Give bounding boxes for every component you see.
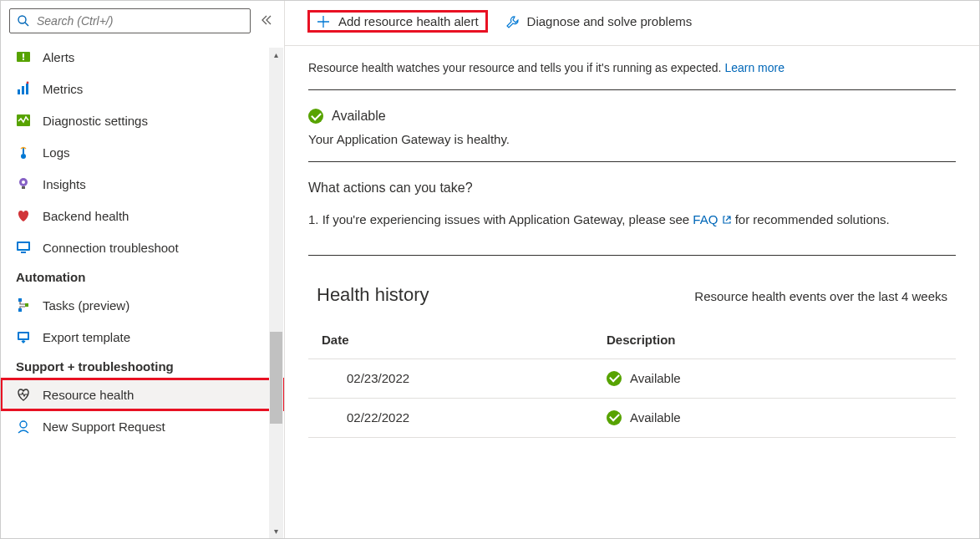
tasks-icon (16, 297, 31, 313)
svg-line-1 (25, 23, 28, 26)
sidebar: Alerts Metrics Diagnostic settings Logs … (1, 1, 285, 538)
history-title: Health history (317, 284, 429, 306)
sidebar-item-label: Diagnostic settings (43, 114, 148, 128)
heart-icon (16, 208, 31, 223)
sidebar-scroll: Alerts Metrics Diagnostic settings Logs … (1, 41, 284, 538)
content-area: Resource health watches your resource an… (285, 46, 979, 448)
collapse-sidebar-button[interactable] (257, 11, 276, 32)
main-content: Add resource health alert Diagnose and s… (285, 1, 979, 538)
svg-point-0 (18, 16, 26, 23)
svg-rect-19 (18, 308, 22, 312)
svg-point-8 (27, 82, 29, 84)
status-message: Your Application Gateway is healthy. (308, 132, 956, 146)
cell-date: 02/22/2022 (322, 410, 409, 425)
status-line: Available (308, 109, 956, 124)
history-header: Health history Resource health events ov… (308, 256, 956, 324)
sidebar-item-logs[interactable]: Logs (1, 136, 284, 168)
learn-more-link[interactable]: Learn more (724, 61, 785, 74)
sidebar-scrollbar[interactable]: ▴ ▾ (269, 48, 283, 538)
faq-link[interactable]: FAQ (693, 212, 731, 226)
action-item-prefix: 1. If you're experiencing issues with Ap… (308, 212, 693, 226)
sidebar-item-label: Backend health (43, 209, 129, 223)
col-header-description: Description (593, 324, 956, 359)
check-circle-icon (607, 371, 622, 386)
nav-group-support: Support + troubleshooting (1, 353, 284, 379)
metrics-icon (16, 81, 31, 96)
scrollbar-thumb[interactable] (270, 332, 282, 424)
intro-text: Resource health watches your resource an… (308, 61, 724, 74)
svg-rect-17 (18, 243, 28, 249)
svg-rect-13 (22, 186, 25, 189)
svg-rect-3 (23, 53, 24, 58)
sidebar-item-label: Connection troubleshoot (43, 241, 179, 255)
toolbar: Add resource health alert Diagnose and s… (285, 1, 979, 46)
sidebar-item-export-template[interactable]: Export template (1, 321, 284, 353)
check-circle-icon (607, 410, 622, 425)
actions-list: 1. If you're experiencing issues with Ap… (308, 211, 956, 230)
cell-status: Available (630, 410, 681, 425)
button-label: Add resource health alert (338, 14, 479, 28)
cell-date: 02/23/2022 (322, 371, 409, 385)
search-row (1, 1, 284, 41)
history-table: Date Description 02/23/2022 Available 02… (308, 324, 956, 438)
sidebar-item-label: New Support Request (43, 420, 165, 434)
support-icon (16, 419, 31, 434)
logs-icon (16, 145, 31, 160)
sidebar-item-new-support-request[interactable]: New Support Request (1, 410, 284, 442)
history-subtitle: Resource health events over the last 4 w… (694, 289, 947, 303)
wrench-icon (505, 15, 519, 28)
insights-icon (16, 176, 31, 191)
svg-point-10 (21, 154, 26, 159)
svg-rect-22 (19, 333, 28, 338)
svg-rect-20 (25, 303, 28, 307)
svg-rect-16 (21, 252, 26, 253)
sidebar-item-label: Insights (43, 177, 86, 191)
button-label: Diagnose and solve problems (527, 14, 693, 28)
plus-icon (317, 15, 330, 28)
col-header-date: Date (308, 324, 593, 359)
sidebar-item-label: Resource health (43, 388, 134, 402)
nav-group-automation: Automation (1, 263, 284, 289)
sidebar-item-resource-health[interactable]: Resource health (1, 379, 284, 410)
search-box[interactable] (9, 8, 251, 33)
table-row[interactable]: 02/22/2022 Available (308, 398, 956, 437)
sidebar-item-alerts[interactable]: Alerts (1, 41, 284, 73)
sidebar-item-label: Tasks (preview) (43, 298, 129, 313)
sidebar-item-label: Logs (43, 145, 70, 160)
svg-rect-6 (22, 86, 24, 94)
search-icon (17, 14, 30, 28)
check-circle-icon (308, 109, 323, 124)
sidebar-item-backend-health[interactable]: Backend health (1, 200, 284, 231)
sidebar-item-insights[interactable]: Insights (1, 168, 284, 200)
search-input[interactable] (37, 14, 243, 28)
sidebar-item-diagnostic-settings[interactable]: Diagnostic settings (1, 104, 284, 136)
sidebar-item-label: Metrics (43, 82, 83, 96)
add-resource-health-alert-button[interactable]: Add resource health alert (308, 11, 487, 32)
export-icon (16, 329, 31, 344)
svg-rect-5 (18, 89, 20, 94)
resource-health-icon (16, 387, 31, 402)
chevron-double-left-icon (261, 14, 272, 26)
sidebar-item-tasks[interactable]: Tasks (preview) (1, 289, 284, 321)
status-block: Available Your Application Gateway is he… (308, 90, 956, 162)
svg-rect-7 (26, 84, 28, 94)
sidebar-item-metrics[interactable]: Metrics (1, 73, 284, 104)
svg-point-23 (20, 421, 27, 428)
diagnose-and-solve-button[interactable]: Diagnose and solve problems (499, 11, 699, 32)
actions-block: What actions can you take? 1. If you're … (308, 162, 956, 256)
monitor-icon (16, 240, 31, 255)
diagnostic-icon (16, 113, 31, 128)
sidebar-item-label: Export template (43, 330, 130, 344)
sidebar-item-label: Alerts (43, 50, 74, 64)
svg-rect-18 (18, 298, 22, 302)
external-link-icon (722, 215, 732, 225)
table-row[interactable]: 02/23/2022 Available (308, 358, 956, 398)
status-state: Available (332, 109, 386, 124)
scrollbar-arrow-down-icon[interactable]: ▾ (269, 524, 283, 538)
alerts-icon (16, 49, 31, 64)
sidebar-item-connection-troubleshoot[interactable]: Connection troubleshoot (1, 231, 284, 263)
scrollbar-arrow-up-icon[interactable]: ▴ (269, 48, 283, 62)
svg-point-14 (22, 181, 25, 184)
action-item-suffix: for recommended solutions. (732, 212, 890, 226)
intro-block: Resource health watches your resource an… (308, 61, 956, 90)
